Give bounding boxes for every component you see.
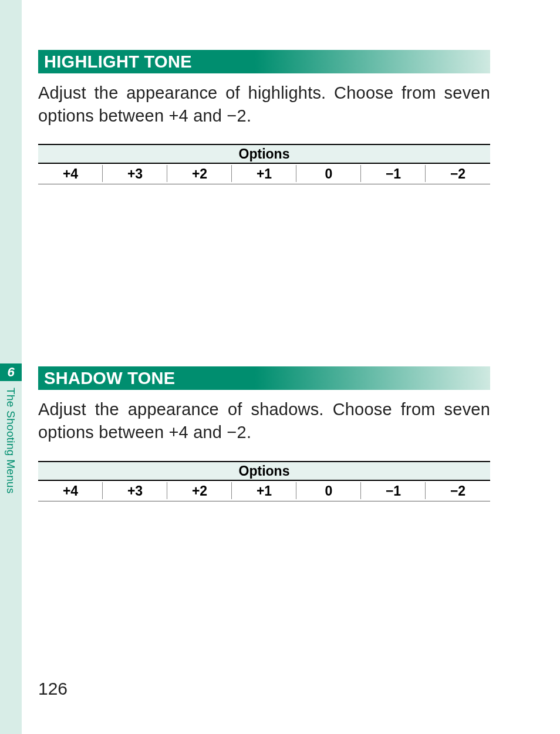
chapter-tab: 6 [0,363,22,381]
options-table: Options +4 +3 +2 +1 0 −1 −2 [38,144,490,184]
option-cell: −2 [426,480,490,501]
options-table: Options +4 +3 +2 +1 0 −1 −2 [38,461,490,501]
chapter-title: The Shooting Menus [5,388,16,494]
option-cell: −1 [361,480,426,501]
option-cell: +3 [103,163,167,184]
page-number: 126 [38,679,68,699]
option-cell: +2 [167,163,232,184]
option-cell: −2 [426,163,490,184]
options-row: +4 +3 +2 +1 0 −1 −2 [38,480,490,501]
option-cell: +1 [232,480,296,501]
page-content: HIGHLIGHT TONE Adjust the appearance of … [38,50,490,501]
option-cell: +1 [232,163,296,184]
section-body: Adjust the appearance of shadows. Choose… [38,398,490,444]
section-body: Adjust the appearance of highlights. Cho… [38,82,490,127]
chapter-number: 6 [7,365,14,380]
chapter-title-container: The Shooting Menus [0,388,22,558]
options-row: +4 +3 +2 +1 0 −1 −2 [38,163,490,184]
option-cell: +2 [167,480,232,501]
option-cell: +4 [38,480,103,501]
option-cell: +4 [38,163,103,184]
section-heading: HIGHLIGHT TONE [38,50,490,73]
section-heading: SHADOW TONE [38,366,490,390]
option-cell: −1 [361,163,426,184]
options-header-cell: Options [38,462,490,480]
section-shadow-tone: SHADOW TONE Adjust the appearance of sha… [38,366,490,501]
option-cell: +3 [103,480,167,501]
option-cell: 0 [296,480,361,501]
options-header-cell: Options [38,144,490,163]
option-cell: 0 [296,163,361,184]
section-highlight-tone: HIGHLIGHT TONE Adjust the appearance of … [38,50,490,184]
